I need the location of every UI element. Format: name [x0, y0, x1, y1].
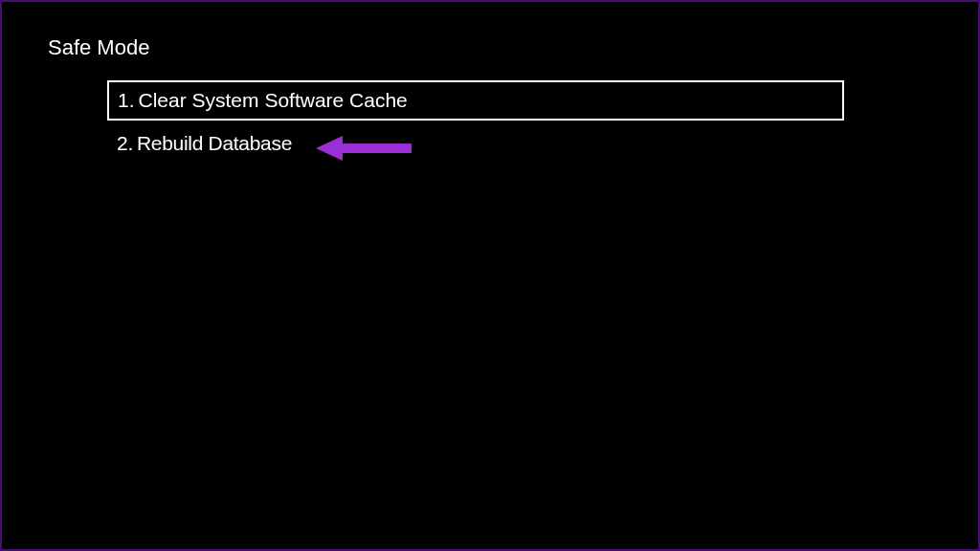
- menu-item-label: Clear System Software Cache: [139, 89, 408, 111]
- menu-item-number: 1.: [118, 89, 135, 111]
- menu-item-clear-cache[interactable]: 1.Clear System Software Cache: [107, 80, 844, 121]
- menu-item-rebuild-database[interactable]: 2.Rebuild Database: [107, 124, 844, 163]
- menu-list: 1.Clear System Software Cache 2.Rebuild …: [107, 80, 844, 166]
- page-title: Safe Mode: [48, 35, 149, 60]
- menu-item-label: Rebuild Database: [137, 132, 292, 154]
- menu-item-number: 2.: [117, 132, 133, 154]
